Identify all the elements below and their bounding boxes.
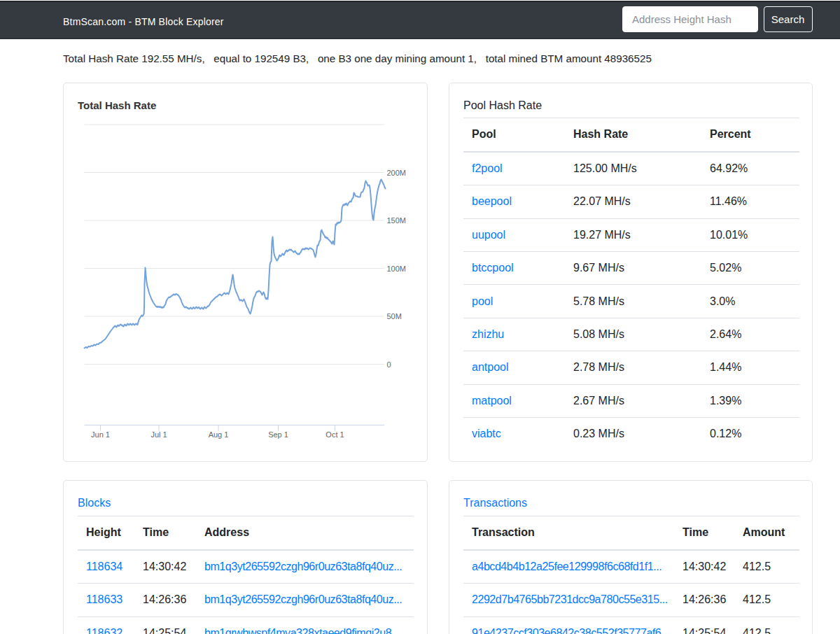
- svg-text:100M: 100M: [387, 265, 407, 273]
- svg-text:150M: 150M: [387, 216, 407, 225]
- svg-text:0: 0: [387, 360, 391, 369]
- svg-text:Jul 1: Jul 1: [150, 430, 167, 439]
- svg-text:Jun 1: Jun 1: [91, 430, 110, 439]
- svg-text:Sep 1: Sep 1: [268, 430, 288, 439]
- svg-text:200M: 200M: [387, 169, 407, 177]
- svg-text:Aug 1: Aug 1: [209, 430, 229, 439]
- svg-text:50M: 50M: [387, 312, 402, 320]
- svg-text:Oct 1: Oct 1: [326, 430, 344, 439]
